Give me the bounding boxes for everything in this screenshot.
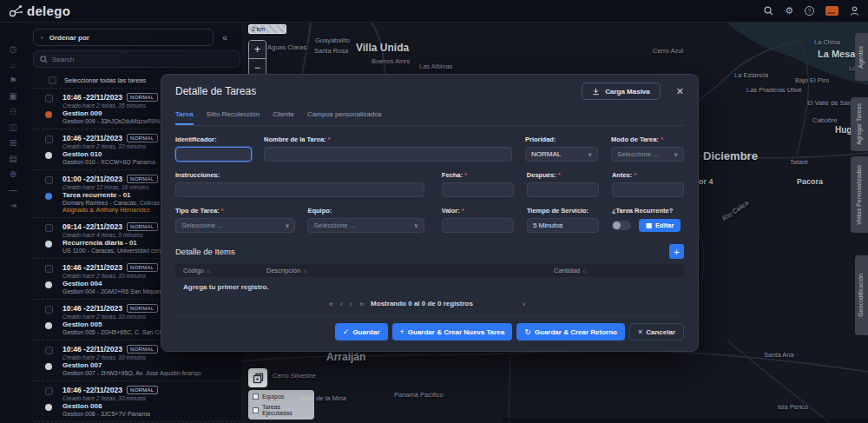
search-icon — [40, 56, 48, 63]
select-all-checkbox[interactable] — [49, 76, 56, 84]
modal-tabs: Tarea Sitio Recolección Cliente Campos p… — [175, 110, 684, 126]
package-icon[interactable]: ◫ — [9, 123, 16, 132]
task-checkbox[interactable] — [45, 135, 53, 143]
bulk-upload-button[interactable]: Carga Masiva — [582, 83, 661, 100]
map-place-label: La China — [814, 38, 840, 46]
next-page-icon[interactable]: › — [350, 300, 352, 308]
task-priority-badge: NORMAL — [127, 93, 157, 102]
modal-tab[interactable]: Tarea — [175, 110, 194, 125]
modal-tab[interactable]: Campos personalizados — [307, 110, 382, 125]
collapse-panel-icon[interactable]: « — [222, 32, 227, 43]
task-priority-badge: NORMAL — [127, 263, 157, 272]
map-place-label: Buenos Aires — [372, 57, 410, 65]
add-item-button[interactable]: + — [669, 244, 684, 259]
items-section-title: Detalle de Items — [175, 247, 235, 256]
recurrente-toggle[interactable] — [612, 221, 631, 230]
history-icon[interactable]: ◷ — [10, 45, 17, 54]
tipo-tarea-select[interactable]: Seleccione ...∨ — [175, 218, 295, 233]
prev-page-icon[interactable]: ‹ — [340, 300, 343, 308]
task-checkbox[interactable] — [45, 387, 53, 395]
home-icon[interactable]: ⌂ — [10, 61, 16, 69]
document-icon[interactable]: ▤ — [9, 155, 16, 163]
save-new-task-button[interactable]: + Guardar & Crear Nueva Tarea — [392, 323, 513, 340]
bookmark-icon[interactable]: ⚑ — [10, 76, 17, 85]
side-tab[interactable]: Agentes — [855, 33, 868, 81]
task-priority-badge: NORMAL — [127, 386, 157, 394]
instrucciones-input[interactable] — [175, 182, 424, 197]
nombre-tarea-input[interactable] — [264, 147, 512, 162]
globe-icon[interactable]: ⊕ — [10, 170, 16, 179]
field-label-equipo: Equipo: — [307, 207, 424, 215]
fecha-input[interactable] — [442, 182, 514, 197]
user-icon[interactable] — [850, 6, 859, 16]
rail-divider[interactable]: — — [9, 186, 17, 195]
layer-toggle-row[interactable]: Tareas Ejecutadas — [253, 404, 310, 416]
task-checkbox[interactable] — [45, 347, 53, 354]
field-label-antes: Antes:* — [612, 171, 684, 179]
task-checkbox[interactable] — [45, 176, 53, 184]
toggle-knob — [613, 221, 621, 229]
task-time: 10:46 -22/11/2023 — [62, 263, 122, 272]
column-header-descripcion[interactable]: Descripción↑↓ — [266, 267, 554, 274]
close-icon[interactable]: ✕ — [676, 86, 684, 97]
valor-input[interactable] — [442, 218, 514, 233]
download-icon — [592, 88, 600, 96]
equipo-select[interactable]: Seleccione ...∨ — [307, 218, 424, 233]
logout-icon[interactable]: ⇥ — [10, 202, 16, 210]
modal-tab[interactable]: Cliente — [273, 110, 294, 125]
field-label-modo: Modo de Tarea:* — [611, 135, 684, 143]
column-header-codigo[interactable]: Código↑↓ — [175, 267, 266, 274]
task-item[interactable]: 10:46 -22/11/2023 NORMAL Creado hace 2 h… — [33, 380, 241, 421]
search-input[interactable] — [52, 56, 233, 63]
layer-checkbox[interactable] — [253, 393, 259, 400]
team-icon[interactable]: ⚇ — [10, 108, 17, 116]
zoom-in-button[interactable]: + — [249, 41, 266, 58]
map-place-label: Isla Perico — [778, 403, 808, 411]
column-header-cantidad[interactable]: Cantidad↑↓ — [554, 267, 684, 274]
task-checkbox[interactable] — [45, 95, 53, 102]
layer-checkbox[interactable] — [253, 407, 259, 413]
cancel-button[interactable]: × Cancelar — [629, 323, 684, 340]
side-tab[interactable]: Agregar Tareas — [851, 97, 868, 151]
edit-recurrence-button[interactable]: ▦ Editar — [639, 219, 681, 232]
save-button[interactable]: ✓ Guardar — [335, 323, 388, 340]
modal-title: Detalle de Tareas — [175, 85, 582, 97]
page-size-select[interactable]: ∨ — [480, 298, 530, 309]
map-layers-button[interactable] — [248, 368, 267, 387]
modo-tarea-select[interactable]: Seleccione ...∨ — [611, 147, 684, 162]
task-checkbox[interactable] — [45, 265, 53, 273]
identificador-input[interactable] — [175, 147, 252, 162]
side-tab[interactable]: Vistas Personalizadas — [851, 156, 868, 233]
map-place-label: Panamá Pacífico — [394, 391, 444, 399]
zoom-out-button[interactable]: − — [249, 58, 266, 76]
task-time: 10:46 -22/11/2023 — [62, 304, 122, 313]
field-label-tiempo-servicio: Tiempo de Servicio: — [527, 207, 599, 215]
settings-gear-icon[interactable]: ⚙ — [785, 6, 793, 16]
language-flag-icon[interactable] — [825, 6, 838, 16]
map-place-label: Bajo El Piro — [795, 76, 829, 84]
chevron-down-icon: ∨ — [285, 222, 289, 229]
first-page-icon[interactable]: « — [329, 300, 333, 308]
last-page-icon[interactable]: » — [359, 300, 364, 308]
task-time: 01:00 -22/11/2023 — [62, 175, 122, 183]
task-checkbox[interactable] — [45, 224, 53, 232]
save-create-return-button[interactable]: ↻ Guardar & Crear Retorno — [516, 323, 625, 340]
modal-tab[interactable]: Sitio Recolección — [207, 110, 260, 125]
despues-input[interactable] — [527, 182, 599, 197]
map-place-label: Villa Unida — [356, 42, 409, 54]
modal-footer: ✓ Guardar + Guardar & Crear Nueva Tarea … — [335, 323, 684, 340]
apps-icon[interactable]: ⊞ — [10, 139, 16, 148]
side-tab[interactable]: Geocodificación — [855, 255, 868, 335]
sort-by-dropdown[interactable]: › Ordenar por — [33, 29, 214, 46]
layer-toggle-row[interactable]: Equipos — [253, 393, 310, 400]
task-checkbox[interactable] — [45, 306, 53, 314]
prioridad-select[interactable]: NORMAL∨ — [525, 147, 598, 162]
items-pagination: « ‹ › » Mostrando 0 al 0 de 0 registros … — [175, 298, 684, 309]
antes-input[interactable] — [612, 182, 684, 197]
map-place-label: Santa Rosa — [314, 47, 348, 55]
search-icon[interactable] — [764, 6, 773, 16]
briefcase-icon[interactable]: ▣ — [9, 92, 16, 101]
items-table-header: Código↑↓ Descripción↑↓ Cantidad↑↓ — [175, 264, 684, 277]
tiempo-servicio-input[interactable] — [527, 218, 599, 233]
help-icon[interactable]: ? — [805, 6, 814, 16]
